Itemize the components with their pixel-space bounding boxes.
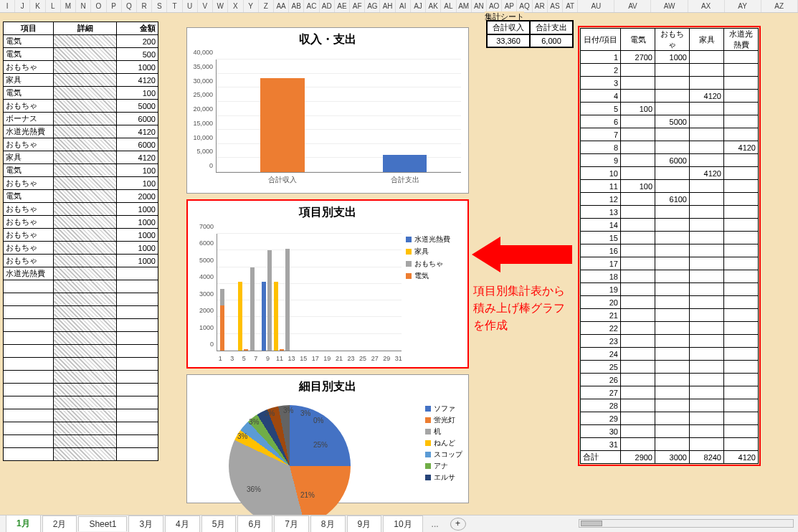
pivot-cell[interactable]: 10 — [581, 167, 621, 180]
sheet-tab[interactable]: 3月 — [128, 516, 163, 533]
cell[interactable]: 2000 — [117, 190, 158, 203]
pivot-cell[interactable] — [621, 128, 655, 141]
cell[interactable] — [54, 280, 117, 293]
pivot-cell[interactable] — [621, 283, 655, 296]
pivot-cell[interactable] — [724, 399, 759, 412]
col-header[interactable]: AU — [578, 0, 614, 12]
col-header[interactable]: AC — [304, 0, 319, 12]
pivot-cell[interactable] — [621, 399, 655, 412]
pivot-cell[interactable] — [655, 438, 690, 451]
cell[interactable]: 1000 — [117, 61, 158, 74]
pivot-cell[interactable]: 23 — [581, 335, 621, 348]
cell[interactable] — [54, 384, 117, 396]
cell[interactable] — [4, 332, 54, 345]
pivot-cell[interactable]: 4120 — [724, 141, 759, 154]
pivot-cell[interactable] — [690, 412, 724, 425]
pivot-cell[interactable] — [621, 425, 655, 438]
cell[interactable]: おもちゃ — [4, 216, 54, 229]
cell[interactable] — [54, 332, 117, 345]
pivot-cell[interactable] — [690, 115, 724, 128]
sheet-tab[interactable]: 9月 — [347, 516, 382, 533]
col-header[interactable]: O — [91, 0, 106, 12]
sheet-tab[interactable]: 7月 — [274, 516, 309, 533]
pivot-cell[interactable]: 100 — [621, 103, 655, 115]
cell[interactable]: おもちゃ — [4, 242, 54, 255]
cell[interactable] — [117, 448, 158, 461]
pivot-cell[interactable] — [655, 270, 690, 283]
col-header[interactable]: AV — [614, 0, 651, 12]
pivot-cell[interactable]: 4 — [581, 90, 621, 103]
cell[interactable] — [54, 151, 117, 164]
pivot-cell[interactable]: 12 — [581, 193, 621, 206]
cell[interactable] — [4, 280, 54, 293]
cell[interactable]: 1000 — [117, 229, 158, 242]
col-header[interactable]: AR — [533, 0, 548, 12]
pivot-cell[interactable] — [690, 399, 724, 412]
pivot-cell[interactable] — [621, 244, 655, 257]
cell[interactable]: ボーナス — [4, 113, 54, 125]
pivot-cell[interactable]: 6100 — [655, 193, 690, 206]
cell[interactable] — [54, 345, 117, 358]
pivot-cell[interactable] — [621, 257, 655, 270]
pivot-cell[interactable] — [655, 77, 690, 90]
pivot-cell[interactable] — [690, 257, 724, 270]
col-header[interactable]: AO — [487, 0, 502, 12]
tab-overflow[interactable]: ... — [424, 519, 446, 529]
cell[interactable] — [54, 229, 117, 242]
pivot-cell[interactable]: 16 — [581, 244, 621, 257]
cell[interactable] — [117, 409, 158, 422]
cell[interactable] — [4, 319, 54, 332]
col-header[interactable]: AA — [274, 0, 289, 12]
cell[interactable] — [54, 35, 117, 48]
pivot-cell[interactable] — [690, 244, 724, 257]
cell[interactable]: 電気 — [4, 164, 54, 177]
pivot-cell[interactable] — [621, 141, 655, 154]
pivot-cell[interactable] — [690, 180, 724, 193]
pivot-cell[interactable] — [655, 206, 690, 219]
col-header[interactable]: AD — [320, 0, 335, 12]
pivot-cell[interactable]: 28 — [581, 399, 621, 412]
cell[interactable]: 6000 — [117, 138, 158, 151]
pivot-cell[interactable] — [724, 296, 759, 309]
pivot-cell[interactable] — [655, 399, 690, 412]
col-header[interactable]: L — [46, 0, 61, 12]
sheet-tab[interactable]: Sheet1 — [78, 516, 127, 531]
cell[interactable] — [54, 306, 117, 319]
col-header[interactable]: AJ — [411, 0, 426, 12]
cell[interactable] — [4, 396, 54, 409]
pivot-cell[interactable] — [655, 244, 690, 257]
col-header[interactable]: T — [167, 0, 182, 12]
cell[interactable]: 1000 — [117, 216, 158, 229]
pivot-cell[interactable] — [690, 296, 724, 309]
cell[interactable] — [54, 448, 117, 461]
chart-category-expense[interactable]: 項目別支出 01000200030004000500060007000 1357… — [186, 199, 469, 369]
col-header[interactable]: AN — [472, 0, 487, 12]
pivot-cell[interactable] — [655, 335, 690, 348]
pivot-cell[interactable] — [724, 193, 759, 206]
cell[interactable]: 水道光熱費 — [4, 267, 54, 280]
pivot-cell[interactable] — [621, 296, 655, 309]
col-header[interactable]: Y — [244, 0, 259, 12]
pivot-cell[interactable]: 18 — [581, 270, 621, 283]
cell[interactable]: 家具 — [4, 151, 54, 164]
cell[interactable]: 4120 — [117, 74, 158, 87]
pivot-cell[interactable] — [724, 309, 759, 322]
horizontal-scrollbar[interactable] — [579, 515, 794, 532]
add-sheet-button[interactable]: + — [450, 518, 466, 531]
cell[interactable] — [54, 396, 117, 409]
cell[interactable]: おもちゃ — [4, 255, 54, 267]
cell[interactable] — [4, 293, 54, 306]
pivot-cell[interactable] — [690, 335, 724, 348]
pivot-cell[interactable] — [655, 90, 690, 103]
pivot-cell[interactable] — [690, 77, 724, 90]
pivot-cell[interactable] — [655, 257, 690, 270]
pivot-cell[interactable] — [724, 180, 759, 193]
cell[interactable] — [4, 435, 54, 448]
chart-detail-expense[interactable]: 細目別支出 25%21%36%3%3%3%3%3%0% ソファ蛍光灯机ねんどスコ… — [186, 374, 469, 503]
cell[interactable] — [117, 422, 158, 435]
cell[interactable]: おもちゃ — [4, 177, 54, 190]
sheet-tab[interactable]: 8月 — [310, 516, 346, 533]
pivot-cell[interactable] — [655, 128, 690, 141]
cell[interactable] — [54, 190, 117, 203]
pivot-cell[interactable] — [690, 322, 724, 335]
